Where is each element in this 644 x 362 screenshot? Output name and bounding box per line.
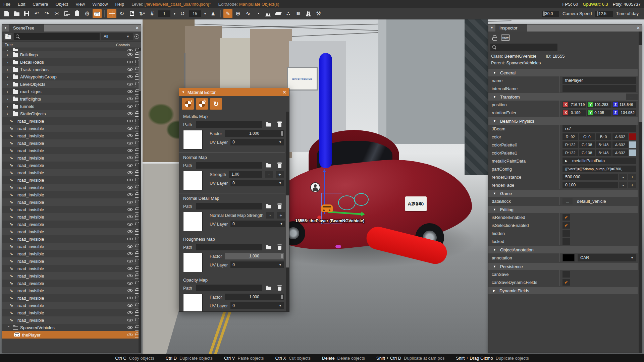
chevron-icon[interactable]: › [7,48,11,51]
tree-row[interactable]: ∿road_invisible [2,250,141,257]
internalname-input[interactable] [562,85,636,92]
add-group-button[interactable] [4,33,12,40]
increment-button[interactable]: + [277,212,285,219]
delete-map-button[interactable] [275,202,284,210]
isrenderenabled-checkbox[interactable]: ✔ [562,214,570,221]
visibility-eye-icon[interactable] [127,303,133,308]
visibility-eye-icon[interactable] [127,141,133,146]
visibility-eye-icon[interactable] [127,104,133,109]
axis-z-field[interactable]: Z118.546 [612,102,636,108]
uv-layer-dropdown[interactable]: 0▼ [230,180,284,186]
terrain-tool-button[interactable] [274,9,283,18]
factor-slider[interactable]: 1.000 [225,253,284,259]
search-input[interactable] [22,34,98,39]
open-level-button[interactable] [12,9,21,18]
time-of-day-input[interactable]: 12.5 [595,11,613,17]
translate-tool-button[interactable] [107,9,116,18]
visibility-eye-icon[interactable] [127,48,133,51]
chevron-icon[interactable]: › [7,52,11,57]
tools-button[interactable]: ⚒ [314,9,323,18]
axis-x-field[interactable]: X-0.199 [562,110,586,116]
blue-gizmo-capsule[interactable] [319,53,332,168]
close-icon[interactable]: ✕ [282,89,286,95]
channel-field[interactable]: A:332 [612,149,628,156]
chevron-icon[interactable]: › [7,60,11,65]
rotate-tool-button[interactable]: ↻ [117,9,126,18]
visibility-eye-icon[interactable] [127,192,133,197]
visibility-eye-icon[interactable] [127,119,133,124]
material-scrollbar[interactable] [286,112,289,311]
slider-handle[interactable] [281,131,283,136]
decrement-button[interactable]: - [619,182,627,188]
delete-map-button[interactable] [275,284,284,292]
tree-row[interactable]: › [2,48,141,51]
uv-layer-dropdown[interactable]: 0▼ [230,139,284,145]
redo-button[interactable]: ↷ [42,9,51,18]
color-swatch[interactable] [629,141,636,148]
close-icon[interactable]: ✕ [133,24,141,32]
annotation-dropdown[interactable]: CAR▼ [578,254,636,261]
visibility-eye-icon[interactable] [127,89,133,94]
visibility-eye-icon[interactable] [127,200,133,205]
tree-row[interactable]: ∿road_invisible [2,272,141,280]
browse-folder-button[interactable] [264,202,273,210]
slider-handle[interactable] [281,295,283,299]
inspector-search[interactable] [490,44,557,51]
uv-layer-dropdown[interactable]: 0▼ [230,221,285,227]
section-header-general[interactable]: ▼General [488,69,638,76]
tree-row[interactable]: ›road_signs [2,88,141,95]
visibility-eye-icon[interactable] [127,156,133,161]
tree-row[interactable]: ›StaticObjects [2,110,141,117]
increment-button[interactable]: + [628,182,636,188]
menu-edit[interactable]: Edit [18,2,25,7]
metallicpaintdata-expander[interactable]: ▶metallicPaintData [562,158,636,164]
tree-scrollbar-thumb[interactable] [139,51,141,91]
visibility-eye-icon[interactable] [127,274,133,279]
tree-row[interactable]: ∿road_invisible [2,162,141,169]
section-header-transform[interactable]: ▼Transform... [488,93,638,101]
visibility-eye-icon[interactable] [127,207,133,212]
channel-field[interactable]: A:332 [612,133,628,140]
tab-scenetree[interactable]: SceneTree [9,24,44,32]
undo-button[interactable]: ↶ [32,9,41,18]
channel-field[interactable]: B: 0 [596,133,611,140]
tree-row[interactable]: ›SpawnedVehicles [2,324,141,331]
isselectionenabled-checkbox[interactable]: ✔ [562,222,570,229]
visibility-eye-icon[interactable] [127,97,133,102]
visibility-eye-icon[interactable] [127,237,133,242]
visibility-eye-icon[interactable] [127,266,133,271]
visibility-eye-icon[interactable] [127,126,133,131]
delete-map-button[interactable] [275,162,284,169]
menu-file[interactable]: File [3,2,10,7]
tree-row[interactable]: ∿road_invisible [2,117,141,125]
tree-row[interactable]: ∿road_invisible [2,206,141,213]
paste-button[interactable] [72,9,82,18]
chevron-icon[interactable]: › [7,104,11,109]
decrement-button[interactable]: - [619,174,627,180]
section-header-game[interactable]: ▼Game [488,190,638,197]
draw-tool-button[interactable]: ✎ [223,9,232,18]
panel-menu-button[interactable]: ▼ [488,24,495,32]
tree-row[interactable]: ∿road_invisible [2,243,141,250]
tree-row[interactable]: ∿road_invisible [2,257,141,265]
partconfig-input[interactable]: {["vars"]={["$damp_bump_R"]=6700, [562,166,636,172]
section-header-beamng-physics[interactable]: ▼BeamNG Physics [488,117,638,125]
drop-player-button[interactable]: ♟ [209,9,218,18]
channel-field[interactable]: B:148 [596,141,611,148]
renderfade-input[interactable]: 0.100 [562,182,618,188]
vehicle-manager-button[interactable] [93,9,102,18]
channel-field[interactable]: G: 0 [579,133,595,140]
path-input[interactable] [196,244,262,250]
uv-layer-dropdown[interactable]: 0▼ [230,261,284,268]
decal-tool-button[interactable]: ≋ [294,9,303,18]
visibility-eye-icon[interactable] [127,185,133,190]
find-object-icon[interactable] [135,34,139,39]
tree-row[interactable]: ∿road_invisible [2,294,141,302]
section-more-button[interactable]: ... [626,94,638,100]
rotate-snap-dropdown[interactable]: 15 [189,10,201,17]
material-scrollbar-thumb[interactable] [286,195,289,267]
locked-checkbox[interactable] [562,238,570,245]
collapse-triangle-icon[interactable]: ▼ [182,90,185,94]
decrement-button[interactable]: - [265,171,273,178]
section-header-persistence[interactable]: ▼Persistence [488,263,638,270]
